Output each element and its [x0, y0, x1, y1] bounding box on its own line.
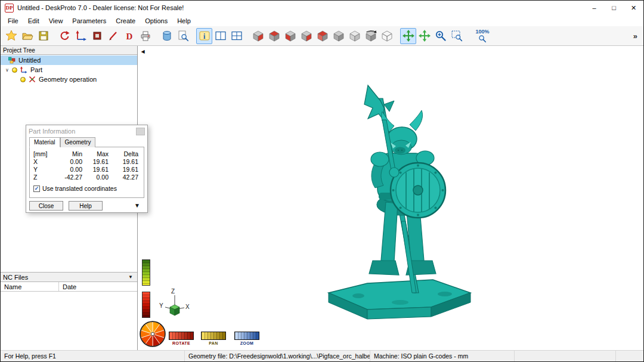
save-file-icon[interactable] — [35, 28, 51, 44]
checkbox-box[interactable]: ✓ — [33, 185, 40, 192]
drive-d-icon[interactable]: D — [121, 28, 137, 44]
wireframe-view-icon[interactable] — [379, 28, 395, 44]
menu-edit[interactable]: Edit — [23, 16, 44, 26]
expander-icon[interactable]: ∨ — [4, 67, 10, 73]
vertical-slider-green[interactable] — [142, 259, 150, 286]
copy-library-icon[interactable] — [159, 28, 175, 44]
dialog-titlebar[interactable]: Part Information — [26, 125, 147, 137]
zoom-window-icon[interactable] — [448, 28, 465, 44]
print-preview-icon[interactable] — [175, 28, 191, 44]
title-bar: DP Untitled - DeskProto 7.0 - Dealer lic… — [1, 1, 643, 15]
close-dialog-button[interactable]: Close — [29, 201, 63, 211]
menu-file[interactable]: File — [3, 16, 23, 26]
visibility-bulb-icon[interactable] — [20, 77, 26, 82]
menu-view[interactable]: View — [44, 16, 68, 26]
move-view-icon[interactable] — [416, 28, 432, 44]
table-cell: -42.27 — [58, 174, 85, 181]
quad-view-icon[interactable] — [228, 28, 244, 44]
table-header: Delta — [111, 150, 141, 157]
axis-label-x: X — [185, 304, 190, 310]
pan-control-bar[interactable] — [201, 332, 226, 340]
app-logo-icon: DP — [5, 4, 14, 13]
nc-files-header[interactable]: NC Files ▼ — [1, 272, 137, 282]
rotate-part-icon[interactable] — [57, 28, 73, 44]
vertical-slider-red[interactable] — [142, 292, 150, 318]
zoom-in-icon[interactable] — [432, 28, 448, 44]
view-light-icon[interactable] — [346, 28, 363, 44]
rotate-label: ROTATE — [172, 341, 190, 345]
nc-files-label: NC Files — [3, 274, 28, 281]
app-window: DP Untitled - DeskProto 7.0 - Dealer lic… — [0, 0, 644, 362]
table-cell: 19.61 — [111, 166, 141, 173]
axis-label-z: Z — [171, 288, 175, 295]
table-cell: 42.27 — [111, 174, 141, 181]
table-cell: Z — [33, 174, 58, 181]
view-iso-icon[interactable] — [314, 28, 330, 44]
open-file-icon[interactable] — [19, 28, 35, 44]
table-cell: 0.00 — [58, 166, 85, 173]
support-tags-icon[interactable] — [89, 28, 105, 44]
new-file-icon[interactable] — [3, 28, 19, 44]
nc-files-list[interactable] — [1, 292, 137, 350]
zoom-100-indicator[interactable]: 100% — [473, 29, 492, 43]
menu-help[interactable]: Help — [172, 16, 196, 26]
viewport[interactable]: ◀ ROTATE PAN — [138, 46, 643, 350]
zoom-label: ZOOM — [240, 341, 254, 345]
split-window-icon[interactable] — [212, 28, 228, 44]
tree-item-geometry-operation[interactable]: Geometry operation — [1, 75, 137, 84]
dialog-close-box[interactable] — [136, 128, 145, 135]
menu-options[interactable]: Options — [140, 16, 172, 26]
status-help-text: For Help, press F1 — [1, 351, 185, 361]
minimize-button[interactable]: – — [584, 1, 604, 15]
part-information-icon[interactable]: i — [196, 28, 212, 44]
more-dropdown-icon[interactable]: ▼ — [134, 202, 140, 209]
table-header: Min — [58, 150, 85, 157]
toolbar-overflow-chevron[interactable]: » — [633, 32, 637, 41]
table-header: [mm] — [33, 150, 58, 157]
maximize-button[interactable]: □ — [604, 1, 624, 15]
rotate-view-icon[interactable] — [363, 28, 379, 44]
nc-files-dropdown-icon[interactable]: ▼ — [126, 274, 135, 280]
axis-orientation-icon[interactable] — [73, 28, 89, 44]
table-cell: 19.61 — [85, 166, 111, 173]
zoom-control-bar[interactable] — [234, 332, 259, 340]
rotate-control-bar[interactable] — [169, 332, 194, 340]
checkbox-label: Use translated coordinates — [42, 185, 117, 192]
tree-item-part[interactable]: ∨ Part — [1, 65, 137, 75]
model-orc-figurine — [311, 84, 490, 323]
menu-parameters[interactable]: Parameters — [67, 16, 111, 26]
part-dimensions-table: [mm] Min Max Delta X 0.00 19.61 19.61 Y … — [33, 150, 140, 181]
view-shaded-icon[interactable] — [330, 28, 346, 44]
view-top-icon[interactable] — [266, 28, 282, 44]
menu-bar: File Edit View Parameters Create Options… — [1, 15, 643, 26]
tree-item-label: Untitled — [17, 57, 42, 64]
close-button[interactable]: ✕ — [624, 1, 643, 15]
view-front-icon[interactable] — [282, 28, 298, 44]
view-side-icon[interactable] — [298, 28, 314, 44]
move-part-icon[interactable] — [400, 28, 416, 44]
toolbar: D i 100% » — [1, 26, 643, 46]
tree-item-untitled[interactable]: Untitled — [1, 55, 137, 65]
collapse-panel-button[interactable]: ◀ — [139, 47, 147, 55]
status-machine: Machine: ISO plain G-codes - mm — [370, 351, 515, 361]
checkmark-icon: ✓ — [35, 186, 39, 191]
status-pane-empty-1 — [515, 351, 616, 361]
table-cell: 19.61 — [85, 158, 111, 165]
tab-material[interactable]: Material — [29, 137, 60, 147]
nc-files-column-headers: Name Date — [1, 282, 137, 292]
zoom-level-label: 100% — [475, 29, 489, 35]
print-icon[interactable] — [137, 28, 153, 44]
visibility-bulb-icon[interactable] — [12, 67, 17, 73]
svg-text:D: D — [126, 32, 132, 41]
rotate-dial[interactable] — [139, 320, 166, 348]
column-header-name[interactable]: Name — [1, 282, 59, 291]
column-header-date[interactable]: Date — [59, 282, 80, 291]
table-header: Max — [85, 150, 111, 157]
tab-geometry[interactable]: Geometry — [60, 137, 96, 147]
edit-curve-icon[interactable] — [105, 28, 121, 44]
menu-create[interactable]: Create — [111, 16, 140, 26]
part-icon — [20, 66, 27, 73]
stock-box-icon[interactable] — [250, 28, 266, 44]
help-dialog-button[interactable]: Help — [69, 201, 103, 211]
use-translated-coordinates-checkbox[interactable]: ✓ Use translated coordinates — [33, 185, 140, 192]
